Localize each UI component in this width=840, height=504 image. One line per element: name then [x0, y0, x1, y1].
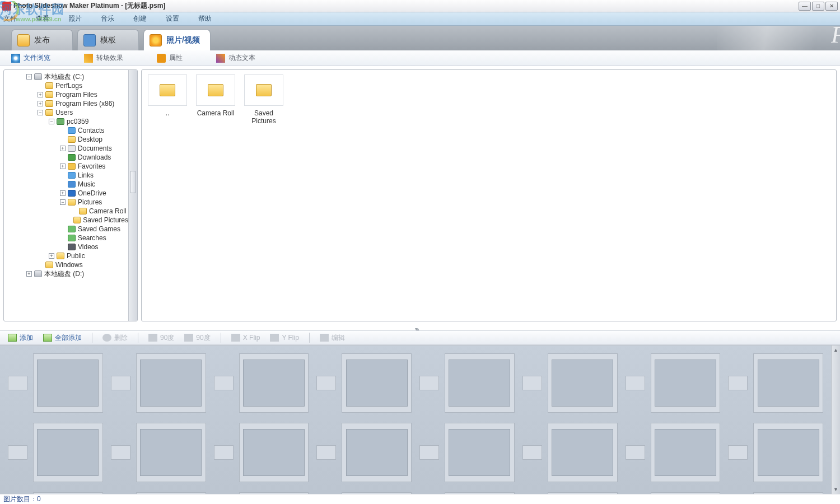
close-button[interactable]: ✕	[825, 2, 838, 11]
expand-icon[interactable]: +	[60, 164, 66, 169]
tree-node[interactable]: Desktop	[4, 135, 128, 144]
file-item[interactable]: ..	[146, 74, 189, 125]
expand-icon[interactable]: −	[49, 119, 54, 124]
transition-slot[interactable]	[522, 445, 542, 460]
tree-node[interactable]: Searches	[4, 234, 128, 242]
main-tab-2[interactable]: 发布	[11, 29, 73, 50]
file-item[interactable]: Camera Roll	[194, 74, 237, 125]
expand-icon[interactable]: −	[60, 199, 66, 205]
transition-slot[interactable]	[214, 376, 234, 390]
tree-node[interactable]: −pc0359	[4, 117, 128, 126]
slide-slot[interactable]	[239, 492, 309, 494]
slide-slot[interactable]	[239, 353, 309, 413]
slide-slot[interactable]	[753, 492, 823, 494]
tree-node[interactable]: +OneDrive	[4, 189, 128, 198]
menu-6[interactable]: 帮助	[198, 14, 212, 24]
slide-slot[interactable]	[651, 353, 721, 413]
tree-node[interactable]: Videos	[4, 242, 128, 251]
transition-slot[interactable]	[728, 376, 748, 390]
slide-slot[interactable]	[651, 423, 721, 482]
expand-icon[interactable]: +	[38, 101, 43, 106]
tree-scrollbar[interactable]	[128, 70, 137, 321]
tree-node[interactable]: Downloads	[4, 153, 128, 162]
expand-icon[interactable]: −	[38, 110, 43, 115]
expand-icon[interactable]: −	[26, 74, 32, 80]
transition-slot[interactable]	[316, 445, 336, 460]
menu-2[interactable]: 照片	[68, 14, 82, 24]
slide-slot[interactable]	[136, 353, 206, 413]
expand-icon[interactable]: +	[60, 146, 66, 151]
transition-slot[interactable]	[419, 445, 439, 460]
slide-slot[interactable]	[548, 492, 618, 494]
transition-slot[interactable]	[626, 376, 645, 390]
timeline[interactable]	[0, 346, 831, 494]
slide-slot[interactable]	[33, 353, 103, 413]
tree-node[interactable]: +Favorites	[4, 162, 128, 171]
menu-0[interactable]: 文件	[3, 14, 17, 24]
slide-slot[interactable]	[239, 423, 309, 482]
minimize-button[interactable]: —	[799, 2, 811, 11]
transition-slot[interactable]	[728, 445, 748, 460]
tree-node[interactable]: Saved Pictures	[4, 216, 128, 225]
slide-slot[interactable]	[342, 353, 412, 413]
transition-slot[interactable]	[316, 376, 336, 390]
expand-icon[interactable]: +	[60, 190, 66, 196]
slide-slot[interactable]	[445, 353, 515, 413]
subtab-3[interactable]: 动态文本	[216, 53, 255, 63]
tree-node[interactable]: +本地磁盘 (D:)	[4, 269, 128, 278]
transition-slot[interactable]	[8, 445, 27, 460]
main-tab-1[interactable]: 模板	[77, 29, 139, 50]
main-tab-0[interactable]: 照片/视频	[143, 29, 211, 50]
tree-node[interactable]: Windows	[4, 260, 128, 269]
slide-slot[interactable]	[33, 423, 103, 482]
slide-slot[interactable]	[753, 353, 823, 413]
tree-node[interactable]: −Users	[4, 108, 128, 117]
maximize-button[interactable]: □	[812, 2, 824, 11]
tree-node[interactable]: Music	[4, 180, 128, 189]
slide-slot[interactable]	[33, 492, 103, 494]
tree-node[interactable]: +Program Files	[4, 90, 128, 99]
expand-icon[interactable]: +	[38, 92, 43, 97]
transition-slot[interactable]	[419, 376, 439, 390]
slide-slot[interactable]	[342, 492, 412, 494]
tree-node[interactable]: PerfLogs	[4, 81, 128, 90]
subtab-1[interactable]: 转场效果	[84, 53, 123, 63]
action-add-0[interactable]: 添加	[8, 333, 33, 343]
expand-icon[interactable]: +	[49, 253, 54, 259]
menu-1[interactable]: 查看	[36, 14, 49, 24]
transition-slot[interactable]	[626, 445, 645, 460]
tree-node[interactable]: −Pictures	[4, 198, 128, 207]
subtab-0[interactable]: 文件浏览	[11, 53, 50, 63]
subtab-2[interactable]: 属性	[157, 53, 183, 63]
tree-node[interactable]: Links	[4, 171, 128, 180]
menu-5[interactable]: 设置	[166, 14, 179, 24]
expand-icon[interactable]: +	[26, 271, 32, 277]
slide-slot[interactable]	[548, 423, 618, 482]
transition-slot[interactable]	[214, 445, 234, 460]
slide-slot[interactable]	[136, 492, 206, 494]
slide-slot[interactable]	[548, 353, 618, 413]
tree-node[interactable]: Saved Games	[4, 225, 128, 234]
tree-node[interactable]: +Documents	[4, 144, 128, 153]
tree-node[interactable]: Camera Roll	[4, 207, 128, 216]
transition-slot[interactable]	[8, 376, 27, 390]
folder-tree[interactable]: −本地磁盘 (C:)PerfLogs+Program Files+Program…	[4, 70, 128, 321]
timeline-scrollbar[interactable]: ▲▼	[831, 346, 840, 494]
tree-node[interactable]: −本地磁盘 (C:)	[4, 72, 128, 81]
slide-slot[interactable]	[445, 423, 515, 482]
transition-slot[interactable]	[111, 376, 130, 390]
action-addall-1[interactable]: 全部添加	[43, 333, 82, 343]
menu-3[interactable]: 音乐	[101, 14, 114, 24]
splitter[interactable]: ▾▴	[0, 325, 840, 330]
file-item[interactable]: Saved Pictures	[242, 74, 285, 125]
slide-slot[interactable]	[753, 423, 823, 482]
transition-slot[interactable]	[522, 376, 542, 390]
slide-slot[interactable]	[651, 492, 721, 494]
slide-slot[interactable]	[136, 423, 206, 482]
tree-node[interactable]: +Program Files (x86)	[4, 99, 128, 108]
slide-slot[interactable]	[342, 423, 412, 482]
transition-slot[interactable]	[111, 445, 130, 460]
menu-4[interactable]: 创建	[133, 14, 147, 24]
slide-slot[interactable]	[445, 492, 515, 494]
tree-node[interactable]: Contacts	[4, 126, 128, 135]
